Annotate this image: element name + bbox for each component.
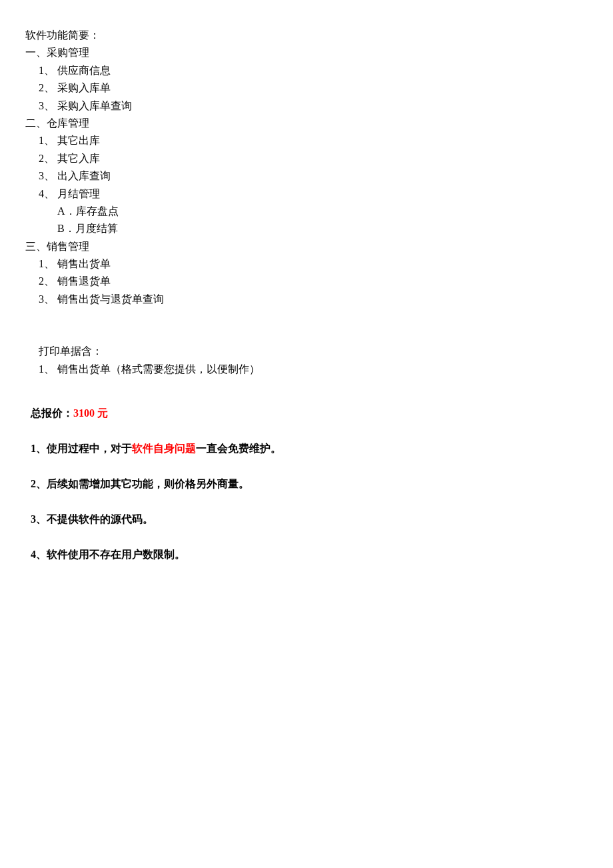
total-price: 总报价：3100 元	[25, 387, 588, 423]
print-item: 1、 销售出货单（格式需要您提供，以便制作）	[39, 361, 588, 378]
spacer	[25, 308, 588, 325]
list-item: 1、 供应商信息	[39, 62, 588, 79]
section-heading: 三、销售管理	[25, 238, 588, 255]
list-item: 3、 出入库查询	[39, 167, 588, 185]
note-prefix: 4、软件使用不存在用户数限制。	[31, 549, 185, 560]
list-item: 4、 月结管理	[39, 185, 588, 203]
note-red: 软件自身问题	[132, 443, 196, 454]
note-suffix: 一直会免费维护。	[196, 443, 281, 454]
list-item: 1、 其它出库	[39, 132, 588, 149]
doc-title: 软件功能简要：	[25, 27, 588, 44]
section-heading: 二、仓库管理	[25, 115, 588, 132]
note-prefix: 2、后续如需增加其它功能，则价格另外商量。	[31, 478, 249, 489]
price-label: 总报价：	[31, 407, 73, 419]
note-prefix: 1、使用过程中，对于	[31, 443, 132, 454]
list-item: 1、 销售出货单	[39, 255, 588, 273]
note-item: 1、使用过程中，对于软件自身问题一直会免费维护。	[25, 423, 588, 458]
note-item: 2、后续如需增加其它功能，则价格另外商量。	[25, 458, 588, 493]
note-item: 4、软件使用不存在用户数限制。	[25, 528, 588, 563]
list-item: 3、 销售出货与退货单查询	[39, 291, 588, 308]
price-value: 3100 元	[73, 407, 108, 419]
section-heading: 一、采购管理	[25, 44, 588, 61]
list-item: 2、 采购入库单	[39, 79, 588, 97]
list-item: 3、 采购入库单查询	[39, 97, 588, 115]
spacer	[25, 325, 588, 343]
note-item: 3、不提供软件的源代码。	[25, 493, 588, 528]
sublist-item: B．月度结算	[57, 220, 588, 237]
sublist-item: A．库存盘点	[57, 203, 588, 220]
list-item: 2、 销售退货单	[39, 273, 588, 290]
list-item: 2、 其它入库	[39, 150, 588, 167]
print-heading: 打印单据含：	[39, 343, 588, 360]
note-prefix: 3、不提供软件的源代码。	[31, 513, 153, 525]
spacer	[25, 378, 588, 387]
